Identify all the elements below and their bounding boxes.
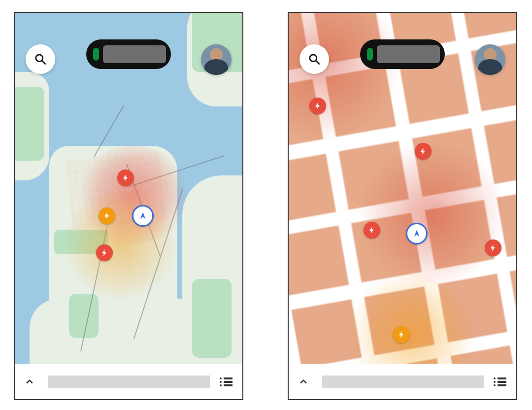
device-frame-left: [14, 12, 243, 400]
user-location-marker[interactable]: [132, 205, 154, 227]
park-south: [69, 294, 99, 338]
bottom-placeholder: [48, 376, 210, 388]
device-frame-right: [288, 12, 517, 400]
bolt-icon: [314, 102, 322, 110]
svg-line-1: [42, 61, 45, 64]
heatmap-orange: [64, 190, 177, 299]
profile-avatar-button[interactable]: [475, 44, 505, 75]
status-pill[interactable]: [86, 39, 171, 69]
list-view-button[interactable]: [498, 376, 506, 388]
hotspot-marker[interactable]: [393, 326, 410, 343]
bolt-icon: [103, 212, 111, 220]
online-indicator: [93, 48, 99, 61]
status-placeholder: [103, 45, 166, 63]
caret-up-icon[interactable]: [25, 377, 34, 387]
bolt-icon: [122, 174, 130, 182]
search-button[interactable]: [26, 44, 55, 74]
caret-up-icon[interactable]: [299, 377, 308, 387]
hotspot-marker[interactable]: [485, 239, 501, 256]
map-view-city[interactable]: [15, 13, 242, 364]
search-button[interactable]: [299, 44, 329, 74]
bolt-icon: [489, 244, 497, 252]
map-view-street[interactable]: [289, 13, 516, 364]
hotspot-marker[interactable]: [96, 244, 113, 261]
locate-arrow-icon: [412, 229, 421, 238]
bottom-sheet-handle[interactable]: [289, 364, 516, 399]
bolt-icon: [100, 249, 108, 257]
hotspot-marker[interactable]: [117, 170, 134, 186]
user-location-marker[interactable]: [406, 223, 428, 244]
bottom-sheet-handle[interactable]: [15, 364, 242, 399]
bolt-icon: [419, 147, 427, 155]
bolt-icon: [368, 226, 376, 234]
hotspot-marker[interactable]: [364, 222, 380, 239]
bolt-icon: [398, 331, 405, 339]
list-view-button[interactable]: [224, 376, 233, 388]
bottom-placeholder: [322, 376, 484, 388]
park-marin: [15, 87, 44, 161]
park-east: [192, 279, 232, 358]
profile-avatar-button[interactable]: [201, 44, 232, 75]
status-pill[interactable]: [360, 39, 445, 69]
status-placeholder: [377, 45, 440, 63]
search-icon: [34, 53, 47, 66]
locate-arrow-icon: [138, 211, 147, 220]
svg-line-3: [316, 61, 319, 64]
hotspot-marker[interactable]: [99, 207, 115, 224]
hotspot-marker[interactable]: [415, 143, 432, 160]
online-indicator: [367, 48, 373, 61]
hotspot-marker[interactable]: [309, 98, 326, 114]
search-icon: [308, 53, 321, 66]
